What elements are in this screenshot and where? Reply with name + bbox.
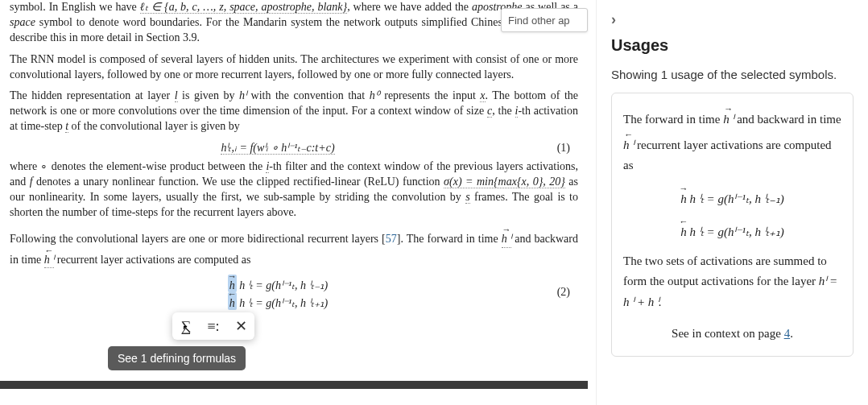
- usage-card: The forward in time h ˡ and backward in …: [611, 93, 854, 357]
- card-text: and backward in time: [734, 113, 841, 126]
- text: symbol to denote word boundaries. For th…: [10, 16, 578, 43]
- text: with the convention that: [246, 89, 370, 101]
- paragraph-2: The RNN model is composed of several lay…: [10, 52, 578, 83]
- selection-toolbar: ∑ ≡: ✕: [172, 312, 254, 340]
- eq2-line1[interactable]: h h ˡₜ = g(hˡ⁻¹ₜ, h ˡₜ₋₁): [228, 275, 328, 292]
- sym-h0: h⁰: [370, 89, 380, 101]
- card-text: The two sets of activations are summed t…: [623, 254, 827, 288]
- eq2-line2[interactable]: h h ˡₜ = g(hˡ⁻¹ₜ, h ˡₜ₊₁): [228, 292, 328, 310]
- em-space: space: [10, 16, 35, 28]
- sym-hfwd-card: h ˡ: [723, 105, 734, 130]
- text: , the: [492, 105, 515, 117]
- bold-text: recurrent layer activations are computed…: [54, 254, 250, 266]
- eq1-text: hˡₜ,ᵢ = f(wˡᵢ ∘ hˡ⁻¹ₜ₋c:t+c): [221, 142, 334, 155]
- sym-hfwd: h ˡ: [502, 227, 512, 248]
- card-text: The forward in time: [623, 113, 723, 126]
- panel-subtitle: Showing 1 usage of the selected symbols.: [611, 68, 854, 81]
- text: of the convolutional layer is given by: [68, 120, 240, 132]
- sym-hl: hˡ: [239, 89, 246, 101]
- sym-sigma: σ(x) = min{max{x, 0}, 20}: [444, 176, 565, 188]
- paragraph-5: Following the convolutional layers are o…: [10, 227, 578, 269]
- text: Following the convolutional layers are o…: [10, 233, 386, 245]
- math-set: ℓₜ ∈ {a, b, c, …, z, space, apostrophe, …: [140, 1, 347, 14]
- text: represents the input: [380, 89, 481, 101]
- eq1-number: (1): [546, 142, 578, 155]
- collapse-panel-button[interactable]: ›: [611, 11, 854, 28]
- eq2-number: (2): [546, 286, 578, 299]
- citation-57[interactable]: 57: [386, 233, 397, 245]
- text: where ∘ denotes the element-wise product…: [10, 160, 266, 172]
- bold-text: The forward in time: [407, 233, 502, 245]
- document-view: symbol. In English we have ℓₜ ∈ {a, b, c…: [0, 0, 588, 405]
- paragraph-1: symbol. In English we have ℓₜ ∈ {a, b, c…: [10, 0, 578, 46]
- search-placeholder: Find other ap: [508, 14, 570, 27]
- text: The hidden representation at layer: [10, 89, 175, 101]
- close-icon[interactable]: ✕: [232, 317, 250, 335]
- text: denotes a unary nonlinear function. We u…: [33, 176, 444, 188]
- card-eq1: h h ˡₜ = g(hˡ⁻¹ₜ, h ˡₜ₋₁): [623, 184, 841, 210]
- equation-1: hˡₜ,ᵢ = f(wˡᵢ ∘ hˡ⁻¹ₜ₋c:t+c) (1): [10, 141, 578, 155]
- text: ].: [397, 233, 407, 245]
- sym-hbwd-card: h ˡ: [623, 130, 634, 156]
- toolbar-tooltip: See 1 defining formulas: [108, 346, 246, 370]
- context-link-row: See in context on page 4.: [623, 324, 841, 345]
- paragraph-3: The hidden representation at layer l is …: [10, 89, 578, 134]
- link-prefix: See in context on page: [672, 327, 784, 340]
- text: symbol. In English we have: [10, 1, 140, 13]
- text: , where we have added the: [347, 1, 472, 13]
- search-input[interactable]: Find other ap: [501, 8, 588, 32]
- link-suffix: .: [790, 327, 793, 340]
- equation-2: h h ˡₜ = g(hˡ⁻¹ₜ, h ˡₜ₋₁) h h ˡₜ = g(hˡ⁻…: [10, 275, 578, 310]
- panel-title: Usages: [611, 36, 854, 55]
- chevron-right-icon: ›: [611, 11, 616, 27]
- side-panel: › Usages Showing 1 usage of the selected…: [596, 0, 868, 405]
- card-eq2: h h ˡₜ = g(hˡ⁻¹ₜ, h ˡₜ₊₁): [623, 217, 841, 243]
- bottom-bar: [0, 381, 588, 389]
- card-text: recurrent layer activations are computed…: [623, 138, 832, 172]
- paragraph-4: where ∘ denotes the element-wise product…: [10, 159, 578, 221]
- sym-hbwd: h ˡ: [44, 248, 55, 269]
- sigma-icon[interactable]: ∑: [177, 317, 195, 335]
- list-icon[interactable]: ≡:: [205, 317, 222, 335]
- text: is given by: [178, 89, 239, 101]
